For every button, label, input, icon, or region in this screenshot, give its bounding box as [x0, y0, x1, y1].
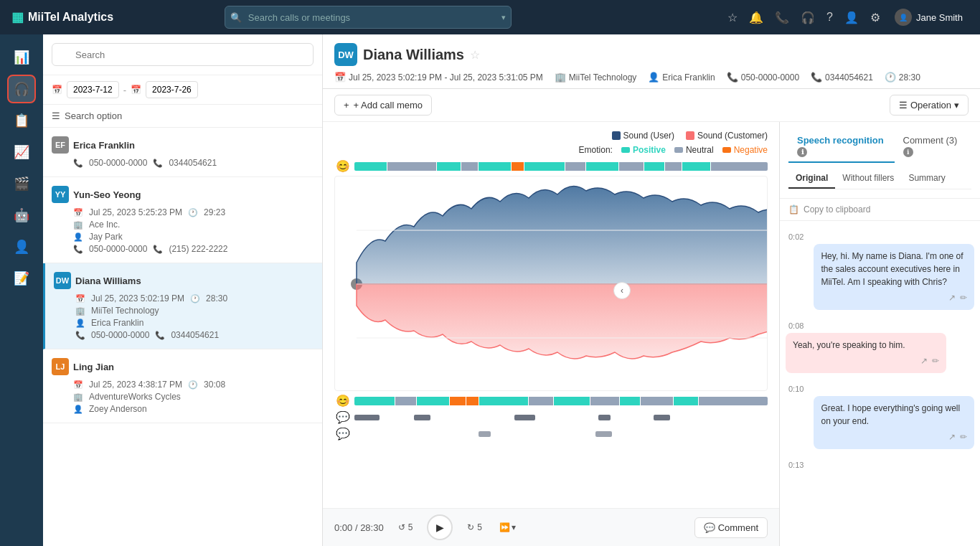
message-actions-2: ↗ ✏: [793, 354, 939, 367]
message-row-1: Hey, hi. My name is Diana. I'm one of th…: [786, 244, 974, 316]
copy-to-clipboard-btn[interactable]: 📋 Copy to clipboard: [780, 199, 980, 221]
phone-icon[interactable]: 📞: [772, 8, 792, 27]
share-msg-icon-3[interactable]: ↗: [948, 430, 956, 443]
collapse-sidebar-btn[interactable]: ‹: [613, 282, 631, 299]
date-to-btn[interactable]: 2023-7-26: [146, 81, 198, 98]
comment-bar: [354, 430, 768, 438]
seg-pos-4: [524, 162, 565, 171]
call-meta-row-contact: 👤 Zoey Anderson: [73, 404, 314, 414]
call-meta-row-company: 🏢 MiiTel Technology: [75, 306, 314, 316]
tab2-info-badge[interactable]: ℹ: [903, 147, 913, 157]
seg-pos-1: [354, 162, 387, 171]
phone-meta-icon: 📞: [727, 72, 738, 83]
subtab3-label: Summary: [908, 173, 945, 183]
calendar-icon-2: 📅: [131, 85, 141, 95]
date-from-label: 2023-7-12: [73, 85, 113, 95]
nav-icon-video[interactable]: 🎬: [7, 169, 36, 198]
bell-icon[interactable]: 🔔: [746, 8, 766, 27]
call-item-ling[interactable]: LJ Ling Jian 📅 Jul 25, 2023 4:38:17 PM 🕐…: [43, 349, 322, 423]
call-item-diana[interactable]: DW Diana Williams 📅 Jul 25, 2023 5:02:19…: [43, 263, 322, 349]
message-text-2: Yeah, you're speaking to him.: [793, 340, 905, 350]
edit-msg-icon-2[interactable]: ✏: [932, 354, 939, 367]
call-meta-row-company: 🏢 AdventureWorks Cycles: [73, 392, 314, 402]
nav-icon-reports[interactable]: 📝: [7, 264, 36, 293]
avatar: 👤: [895, 9, 912, 26]
call-item-header: LJ Ling Jian: [52, 358, 314, 375]
subtab-original[interactable]: Original: [788, 169, 835, 189]
ff-icon: ⏩: [499, 522, 510, 532]
call-meta-row-phones: 📞 050-0000-0000 📞 (215) 222-2222: [73, 244, 314, 254]
comment-button[interactable]: 💬 Comment: [694, 517, 768, 538]
clock-icon: 🕐: [190, 294, 200, 303]
date-separator: -: [123, 85, 126, 95]
user-name: Jane Smith: [916, 12, 963, 23]
call-duration: 30:08: [204, 380, 225, 390]
call-item-yun[interactable]: YY Yun-Seo Yeong 📅 Jul 25, 2023 5:25:23 …: [43, 177, 322, 263]
search-input[interactable]: [225, 6, 512, 29]
call-name: Yun-Seo Yeong: [73, 189, 141, 200]
nav-icon-analytics[interactable]: 📈: [7, 138, 36, 166]
nav-icon-table[interactable]: 📋: [7, 106, 36, 135]
search-dropdown-icon[interactable]: ▾: [501, 13, 506, 22]
play-button[interactable]: ▶: [427, 514, 453, 540]
tab-speech-recognition[interactable]: Speech recognition ℹ: [788, 131, 895, 163]
call-meta: 📞 050-0000-0000 📞 0344054621: [73, 158, 314, 168]
settings-icon[interactable]: ⚙: [867, 8, 883, 27]
transcript-header: Speech recognition ℹ Comment (3) ℹ Origi…: [780, 122, 980, 199]
user-badge[interactable]: 👤 Jane Smith: [889, 6, 969, 29]
transcript-subtabs: Original Without fillers Summary: [788, 169, 971, 189]
message-row-3: Great. I hope everything's going well on…: [786, 396, 974, 455]
tab1-info-badge[interactable]: ℹ: [797, 147, 807, 157]
seg-neu-3: [565, 162, 585, 171]
call-date: Jul 25, 2023 5:02:19 PM: [91, 293, 184, 303]
tab2-label: Comment (3): [903, 135, 958, 146]
edit-msg-icon-1[interactable]: ✏: [960, 291, 967, 304]
call-name: Ling Jian: [73, 362, 114, 372]
call-item-header: YY Yun-Seo Yeong: [52, 186, 314, 203]
nav-icon-contacts[interactable]: 👤: [7, 232, 36, 261]
phone2: 0344054621: [169, 158, 217, 168]
subtab-without-fillers[interactable]: Without fillers: [835, 169, 901, 189]
fastforward-btn[interactable]: ⏩ ▾: [496, 519, 519, 535]
subtab-summary[interactable]: Summary: [901, 169, 952, 189]
person-icon[interactable]: 👤: [842, 8, 862, 27]
time-display: 0:00 / 28:30: [334, 522, 384, 533]
timestamp-2: 0:08: [786, 321, 974, 330]
forward-btn[interactable]: ↻ 5: [461, 519, 488, 535]
detail-contact: 👤 Erica Franklin: [648, 72, 715, 83]
waveform-display: 😊: [334, 159, 768, 441]
search-option[interactable]: ☰ Search option: [43, 105, 322, 128]
headset-icon[interactable]: 🎧: [798, 8, 818, 27]
playback-controls: 0:00 / 28:30 ↺ 5 ▶ ↻ 5 ⏩: [323, 508, 779, 546]
building-icon: 🏢: [75, 306, 85, 316]
nav-icon-dashboard[interactable]: 📊: [7, 43, 36, 72]
rewind-btn[interactable]: ↺ 5: [392, 519, 419, 535]
call-item-erica[interactable]: EF Erica Franklin 📞 050-0000-0000 📞 0344…: [43, 128, 322, 177]
legend-user-label: Sound (User): [623, 131, 674, 141]
favorite-icon[interactable]: ☆: [470, 48, 480, 62]
topbar-icons: ☆ 🔔 📞 🎧 ? 👤 ⚙ 👤 Jane Smith: [725, 6, 969, 29]
tab-comment[interactable]: Comment (3) ℹ: [895, 131, 972, 163]
share-msg-icon-2[interactable]: ↗: [920, 354, 928, 367]
share-msg-icon-1[interactable]: ↗: [948, 291, 956, 304]
waveform-svg: [334, 176, 768, 391]
content-area: ‹ DW Diana Williams ☆ 📅 Jul 25, 2023 5:0…: [323, 34, 980, 546]
call-company: MiiTel Technology: [91, 306, 159, 316]
phone-icon-2: 📞: [153, 245, 163, 254]
add-memo-button[interactable]: + + Add call memo: [334, 95, 432, 116]
legend-customer-label: Sound (Customer): [697, 131, 768, 141]
message-row-2: Yeah, you're speaking to him. ↗ ✏: [786, 333, 974, 379]
call-meta-row-phones: 📞 050-0000-0000 📞 0344054621: [75, 330, 314, 340]
edit-msg-icon-3[interactable]: ✏: [960, 430, 967, 443]
sidebar-search-input[interactable]: [52, 43, 314, 66]
nav-icon-robot[interactable]: 🤖: [7, 201, 36, 230]
date-from-btn[interactable]: 2023-7-12: [67, 81, 119, 98]
star-icon[interactable]: ☆: [725, 8, 740, 27]
nav-icon-calls[interactable]: 🎧: [7, 75, 36, 103]
calendar-meta-icon: 📅: [334, 72, 346, 83]
operation-button[interactable]: ☰ Operation ▾: [890, 95, 969, 116]
help-icon[interactable]: ?: [824, 8, 836, 27]
message-actions-3: ↗ ✏: [821, 430, 967, 443]
building-icon: 🏢: [73, 220, 83, 230]
phone-meta-icon-2: 📞: [811, 72, 822, 83]
